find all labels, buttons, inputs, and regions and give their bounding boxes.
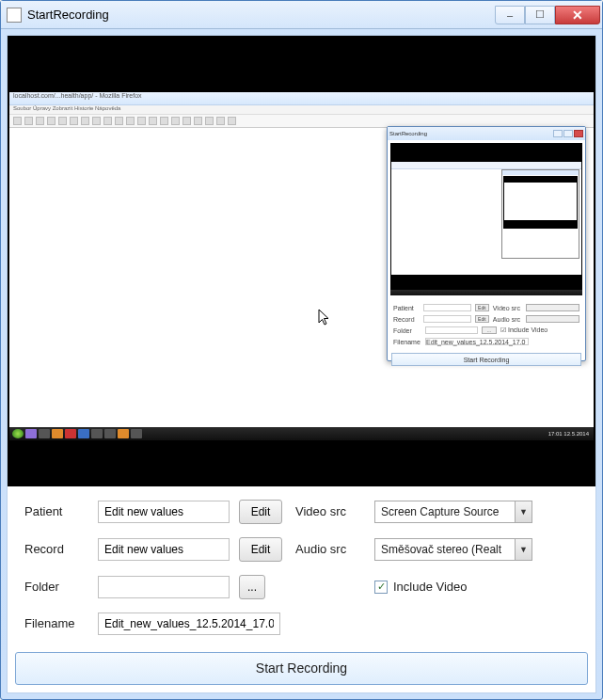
record-input[interactable] <box>98 538 230 561</box>
nested-max-icon <box>563 130 573 137</box>
audio-src-select[interactable]: Směšovač stereo (Realt ▼ <box>374 538 532 561</box>
chevron-down-icon: ▼ <box>515 539 532 560</box>
window-title: StartRecording <box>27 8 495 22</box>
preview-inner-menu: Soubor Úpravy Zobrazit Historie Nápověda <box>9 105 594 115</box>
window-controls: – ☐ ✕ <box>495 6 600 24</box>
audio-src-label: Audio src <box>295 542 365 556</box>
nested-min-icon <box>553 130 563 137</box>
record-label: Record <box>24 542 88 556</box>
patient-label: Patient <box>24 504 88 518</box>
patient-input[interactable] <box>98 501 230 523</box>
form-area: Patient Edit Video src Screen Capture So… <box>8 486 595 643</box>
client-area: localhost.com/...health/app/ - Mozilla F… <box>7 35 596 693</box>
start-recording-button[interactable]: Start Recording <box>15 652 588 685</box>
start-orb-icon <box>12 429 24 438</box>
nested-preview <box>390 143 582 295</box>
video-src-label: Video src <box>295 504 365 518</box>
folder-input[interactable] <box>98 576 230 598</box>
nested-title-text: StartRecording <box>389 131 552 136</box>
nested-close-icon <box>574 130 583 137</box>
close-button[interactable]: ✕ <box>555 6 600 24</box>
include-video-label: Include Video <box>393 580 468 594</box>
edit-patient-button[interactable]: Edit <box>239 500 282 524</box>
video-preview: localhost.com/...health/app/ - Mozilla F… <box>8 36 595 486</box>
nested-form: PatientEditVideo src RecordEditAudio src… <box>388 298 585 351</box>
app-icon <box>7 8 22 23</box>
edit-record-button[interactable]: Edit <box>239 537 282 562</box>
video-src-select[interactable]: Screen Capture Source ▼ <box>374 501 532 523</box>
nested-titlebar: StartRecording <box>388 127 585 140</box>
include-video-row: ✓ Include Video <box>374 580 534 594</box>
maximize-button[interactable]: ☐ <box>525 6 555 24</box>
audio-src-value: Směšovač stereo (Realt <box>381 543 501 556</box>
chevron-down-icon: ▼ <box>515 501 532 522</box>
minimize-button[interactable]: – <box>495 6 525 24</box>
filename-label: Filename <box>24 616 88 630</box>
cursor-icon <box>318 309 331 327</box>
folder-label: Folder <box>24 580 88 594</box>
app-window: StartRecording – ☐ ✕ localhost.com/...he… <box>0 0 603 700</box>
preview-clock: 17:01 12.5.2014 <box>548 431 591 437</box>
include-video-checkbox[interactable]: ✓ <box>374 581 388 594</box>
nested-window: StartRecording PatientEditVideo src <box>387 126 586 361</box>
titlebar[interactable]: StartRecording – ☐ ✕ <box>1 1 602 29</box>
preview-inner-titlebar: localhost.com/...health/app/ - Mozilla F… <box>9 92 594 105</box>
nested-start-button: Start Recording <box>391 353 581 366</box>
filename-input[interactable] <box>98 612 280 635</box>
video-src-value: Screen Capture Source <box>381 505 499 518</box>
folder-browse-button[interactable]: ... <box>239 575 265 599</box>
preview-taskbar: 17:01 12.5.2014 <box>9 427 594 440</box>
